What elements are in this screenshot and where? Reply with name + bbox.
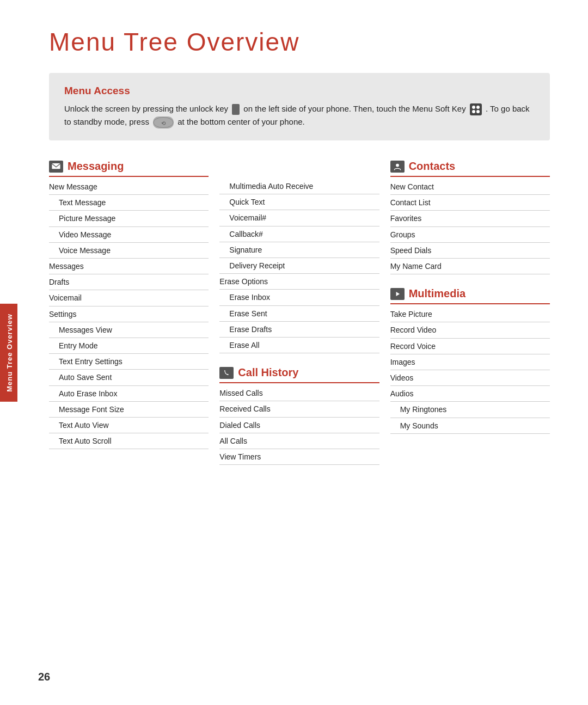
list-item: Delivery Receipt (219, 258, 379, 274)
svg-rect-7 (222, 368, 231, 377)
contacts-section-header: Contacts (390, 160, 550, 177)
list-item: Multimedia Auto Receive (219, 179, 379, 194)
back-key-icon: ⟲ (153, 117, 174, 128)
svg-rect-6 (52, 163, 60, 169)
svg-point-9 (396, 163, 399, 167)
list-item: Missed Calls (219, 385, 379, 401)
list-item: Voice Message (49, 243, 209, 259)
list-item: View Timers (219, 449, 379, 465)
call-history-label: Call History (238, 366, 298, 379)
list-item: Favorites (390, 211, 550, 226)
page-container: Menu Tree Overview Menu Tree Overview Me… (0, 0, 588, 705)
call-history-icon (219, 367, 234, 379)
menu-access-title: Menu Access (64, 85, 535, 97)
list-item: Erase All (219, 338, 379, 353)
list-item: Text Auto View (49, 418, 209, 433)
menu-columns: Messaging New Message Text Message Pictu… (49, 160, 550, 465)
list-item: Erase Inbox (219, 290, 379, 305)
list-item: Text Auto Scroll (49, 433, 209, 449)
list-item: New Message (49, 179, 209, 195)
list-item: Signature (219, 242, 379, 258)
multimedia-section-header: Multimedia (390, 287, 550, 304)
list-item: Quick Text (219, 194, 379, 210)
list-item: My Sounds (390, 418, 550, 434)
list-item: Entry Mode (49, 338, 209, 354)
col-middle: Multimedia Auto Receive Quick Text Voice… (219, 160, 390, 465)
list-item: Video Message (49, 227, 209, 243)
list-item: Picture Message (49, 211, 209, 226)
multimedia-icon (390, 288, 405, 300)
contacts-icon (390, 161, 405, 173)
menu-soft-key-icon (470, 103, 482, 115)
list-item: Erase Sent (219, 306, 379, 322)
list-item: Contact List (390, 195, 550, 211)
list-item: Voicemail# (219, 210, 379, 226)
col-messaging: Messaging New Message Text Message Pictu… (49, 160, 219, 449)
svg-point-1 (476, 106, 480, 109)
svg-point-0 (472, 106, 475, 109)
svg-point-3 (476, 110, 480, 113)
list-item: Voicemail (49, 290, 209, 306)
svg-text:⟲: ⟲ (161, 120, 166, 126)
page-number: 26 (38, 671, 50, 683)
call-history-section-header: Call History (219, 366, 379, 383)
messaging-label: Messaging (68, 160, 124, 173)
list-item: Record Voice (390, 339, 550, 354)
list-item: Settings (49, 306, 209, 322)
list-item: Images (390, 354, 550, 370)
list-item: New Contact (390, 179, 550, 195)
list-item: Record Video (390, 322, 550, 338)
list-item: Received Calls (219, 401, 379, 417)
list-item: Text Entry Settings (49, 354, 209, 370)
list-item: My Name Card (390, 259, 550, 274)
svg-point-2 (472, 110, 475, 113)
multimedia-label: Multimedia (409, 287, 465, 300)
list-item: Text Message (49, 195, 209, 211)
list-item: Speed Dials (390, 243, 550, 259)
list-item: Messages View (49, 322, 209, 338)
list-item: Auto Save Sent (49, 370, 209, 385)
list-item: Videos (390, 370, 550, 386)
menu-access-text: Unlock the screen by pressing the unlock… (64, 102, 535, 128)
side-tab-text: Menu Tree Overview (5, 314, 14, 392)
list-item: Drafts (49, 274, 209, 290)
side-tab: Menu Tree Overview (0, 304, 17, 402)
contacts-label: Contacts (409, 160, 456, 173)
list-item: Message Font Size (49, 402, 209, 418)
list-item: All Calls (219, 433, 379, 449)
col-right: Contacts New Contact Contact List Favori… (390, 160, 550, 434)
list-item: Groups (390, 227, 550, 243)
page-title: Menu Tree Overview (49, 27, 550, 57)
unlock-key-icon (232, 104, 240, 115)
list-item: Callback# (219, 226, 379, 242)
messaging-icon (49, 161, 63, 173)
list-item: Auto Erase Inbox (49, 386, 209, 402)
list-item: Take Picture (390, 306, 550, 322)
list-item: Messages (49, 259, 209, 274)
list-item: Erase Drafts (219, 322, 379, 338)
list-item: Audios (390, 386, 550, 402)
menu-access-box: Menu Access Unlock the screen by pressin… (49, 73, 550, 140)
list-item: Dialed Calls (219, 418, 379, 433)
list-item: Erase Options (219, 274, 379, 290)
list-item: My Ringtones (390, 402, 550, 418)
messaging-section-header: Messaging (49, 160, 209, 177)
